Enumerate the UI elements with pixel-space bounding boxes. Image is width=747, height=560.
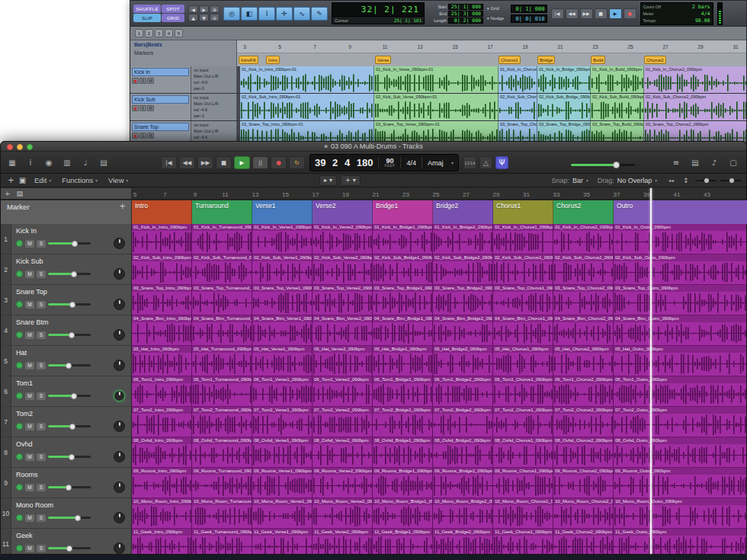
solo-button[interactable]: S <box>37 362 46 370</box>
region[interactable]: 06_Tom1_Turnaround_090bpm <box>192 376 252 407</box>
input-assignment[interactable]: no input <box>194 95 234 101</box>
pan-knob[interactable] <box>114 268 125 280</box>
region[interactable]: 01_Kick_In_Verse2_090bpm <box>313 224 373 254</box>
snap-value[interactable]: Bar <box>572 177 583 184</box>
record-arm-button[interactable]: ● <box>132 78 139 84</box>
play-button[interactable]: ▶ <box>234 156 250 169</box>
smart-controls-icon[interactable]: ◉ <box>42 156 56 169</box>
drag-menu[interactable]: Drag: No Overlap ▾ <box>598 177 657 184</box>
track-name[interactable]: Kick Sub <box>132 95 189 104</box>
length-value[interactable]: 0| 2| 000 <box>448 18 483 24</box>
mute-button[interactable]: M <box>25 392 34 400</box>
titlebar[interactable]: ▪ 03 090 A Multi-Drums - Tracks <box>1 142 746 152</box>
region[interactable]: 11_Geek_Chorus1_090bpm <box>493 529 553 554</box>
ruler-menu-icon[interactable]: ▤ <box>17 190 24 197</box>
solo-button[interactable]: S <box>37 514 46 522</box>
marker-section-intro[interactable]: Intro <box>132 200 192 224</box>
track-name[interactable]: Rooms <box>16 471 127 480</box>
zoom-preset-2[interactable]: 2 <box>145 29 153 37</box>
region[interactable]: 05_Hat_Outro_090bpm <box>614 346 746 376</box>
zoom-preset-3[interactable]: 3 <box>155 29 163 37</box>
record-enable-button[interactable] <box>16 240 23 247</box>
region[interactable]: 11_Geek_Bridge2_090bpm <box>433 529 493 554</box>
lcd-dropdown-icon[interactable]: ▾ <box>451 160 454 165</box>
solo-button[interactable]: S <box>37 453 46 461</box>
volume-knob[interactable] <box>71 393 77 399</box>
region[interactable]: 01_Kick_In_Bridge1_090bpm <box>373 224 433 254</box>
region[interactable]: 02_Kick_Sub_Turnaround_090bpm <box>192 254 252 285</box>
volume-slider[interactable] <box>48 423 91 430</box>
solo-button[interactable]: S <box>37 392 46 400</box>
audio-region[interactable]: 01_Kick_In_Intro_090bpm-01 <box>240 66 374 93</box>
volume-knob[interactable] <box>66 485 72 491</box>
region[interactable]: 03_Snare_Top_Verse2_090bpm <box>313 285 373 315</box>
stop-button[interactable]: ■ <box>595 8 608 19</box>
record-enable-button[interactable] <box>16 423 23 430</box>
record-enable-button[interactable] <box>16 362 23 369</box>
region[interactable]: 07_Tom2_Chorus2_090bpm <box>553 407 614 437</box>
marker-section-bridge1[interactable]: Bridge1 <box>373 200 433 224</box>
record-enable-button[interactable] <box>16 484 23 491</box>
marker-section-chorus1[interactable]: Chorus1 <box>493 200 553 224</box>
track-name[interactable]: Kick In <box>16 227 127 236</box>
volume-readout[interactable]: vol -4.6 <box>194 107 234 114</box>
vertical-zoom-slider[interactable] <box>720 178 742 184</box>
marker-chorus2[interactable]: Chorus2 <box>644 56 666 64</box>
region[interactable]: 03_Snare_Top_Intro_090bpm <box>132 285 192 315</box>
duplicate-track-button[interactable]: ▣ <box>17 175 28 186</box>
region[interactable]: 07_Tom2_Intro_090bpm <box>132 407 192 437</box>
region[interactable]: 02_Kick_Sub_Intro_090bpm <box>132 254 192 285</box>
audio-region[interactable]: 01_Kick_In_Chorus2_090bpm <box>644 66 746 93</box>
record-enable-button[interactable] <box>16 453 23 460</box>
region[interactable]: 11_Geek_Outro_090bpm <box>614 529 746 554</box>
grid-dropdown-icon[interactable]: ▾ <box>487 6 489 11</box>
region[interactable]: 10_Mono_Room_Bridge1_090bpm <box>373 498 433 529</box>
mode-spot-button[interactable]: SPOT <box>162 5 184 13</box>
volume-knob[interactable] <box>613 162 620 168</box>
drag-value[interactable]: No Overlap <box>617 177 652 184</box>
record-arm-button[interactable]: ● <box>132 133 139 139</box>
marker-build[interactable]: Build <box>591 56 605 64</box>
mute-button[interactable]: M <box>25 545 34 552</box>
region[interactable]: 05_Hat_Turnaround_090bpm <box>192 346 252 376</box>
marker-track-header[interactable]: Marker + <box>1 200 132 224</box>
zoom-button-0[interactable]: ◀ <box>188 5 198 13</box>
zoom-button-4[interactable]: ▼ <box>199 14 209 21</box>
start-value[interactable]: 25| 1| 000 <box>448 4 483 10</box>
grid-value[interactable]: 0| 1| 000 <box>511 5 547 13</box>
region[interactable]: 08_Ovhd_Outro_090bpm <box>614 437 746 468</box>
minimize-button[interactable] <box>17 144 23 150</box>
track-header[interactable]: 2Kick SubMS <box>1 254 131 285</box>
region[interactable]: 02_Kick_Sub_Verse2_090bpm <box>313 254 373 285</box>
audio-region[interactable]: 01_Kick_In_Bridge_090bpm <box>537 66 591 93</box>
marker-verse[interactable]: Verse <box>375 56 391 64</box>
region[interactable]: 05_Hat_Chorus2_090bpm <box>553 346 614 376</box>
region[interactable]: 05_Hat_Chorus1_090bpm <box>493 346 553 376</box>
region[interactable]: 08_Ovhd_Chorus2_090bpm <box>553 437 614 468</box>
region[interactable]: 09_Rooms_Bridge2_090bpm <box>433 468 493 498</box>
pan-knob[interactable] <box>114 512 125 523</box>
solo-button[interactable]: S <box>37 301 46 309</box>
library-icon[interactable]: ▦ <box>5 156 19 169</box>
region[interactable]: 09_Rooms_Verse2_090bpm <box>313 468 373 498</box>
track-header[interactable]: 9RoomsMS <box>1 468 131 498</box>
pan-knob[interactable] <box>114 238 125 249</box>
lcd-position[interactable]: 39 2 4 180 <box>315 157 373 168</box>
bar-ruler[interactable]: + ▤ 579111315171921232527293133353739414… <box>1 188 746 200</box>
play-button[interactable]: ▶ <box>609 8 622 19</box>
region[interactable]: 11_Geek_Intro_090bpm <box>132 529 192 554</box>
marker-chorus1[interactable]: Chorus1 <box>499 56 521 64</box>
track-header[interactable]: 7Tom2MS <box>1 407 131 437</box>
tuner-button[interactable]: Ψ <box>495 156 508 169</box>
region[interactable]: 01_Kick_In_Bridge2_090bpm <box>433 224 493 254</box>
volume-knob[interactable] <box>75 515 81 521</box>
pan-knob[interactable] <box>114 299 125 310</box>
audio-region[interactable]: 02_Kick_Sub_Bridge_090bpm <box>537 94 591 120</box>
mute-button[interactable]: M <box>25 484 34 491</box>
region[interactable]: 09_Rooms_Verse1_090bpm <box>252 468 313 498</box>
volume-knob[interactable] <box>69 424 75 430</box>
scrubber-tool[interactable]: ∿ <box>293 7 310 21</box>
track-header[interactable]: Kick In●SM <box>130 66 191 93</box>
drag-dropdown-icon[interactable]: ▾ <box>655 178 657 183</box>
volume-slider[interactable] <box>48 514 91 521</box>
